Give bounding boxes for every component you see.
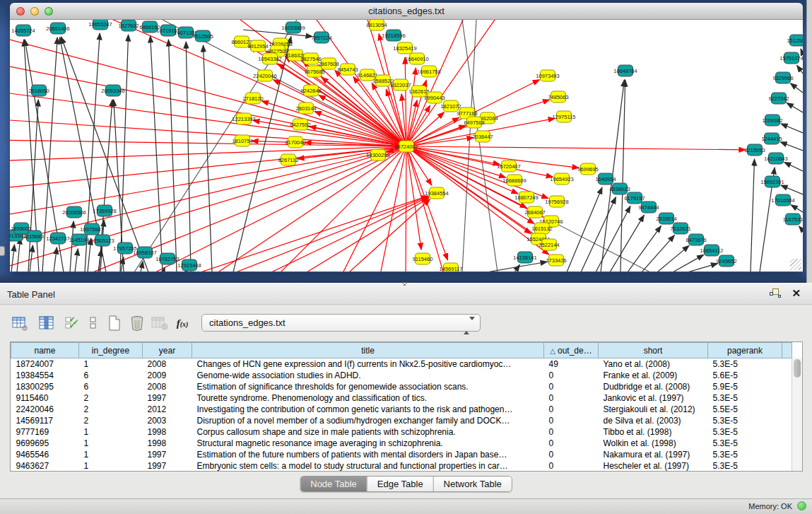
delete-table-button[interactable] [150, 313, 170, 333]
edge[interactable] [462, 20, 476, 271]
edge[interactable] [186, 42, 191, 271]
graph-node[interactable]: 20206506 [62, 206, 86, 218]
graph-node[interactable]: 2718120 [242, 93, 263, 104]
table-cell[interactable]: 2 [79, 404, 143, 415]
graph-node[interactable]: 9474444 [638, 201, 659, 213]
table-cell[interactable]: 49 [544, 358, 599, 370]
edge[interactable] [596, 206, 630, 271]
table-row[interactable]: 969969511998Structural magnetic resonanc… [11, 438, 792, 449]
citation-network-graph[interactable]: 8660123891295418226058982750810543382818… [10, 20, 803, 271]
edge[interactable] [30, 245, 33, 271]
graph-node[interactable]: 19384554 [425, 187, 448, 199]
selected-edge[interactable] [10, 119, 406, 146]
graph-node[interactable]: 15692391 [760, 176, 784, 187]
table-cell[interactable]: 5.3E-5 [708, 438, 782, 449]
graph-node[interactable]: 10973493 [536, 70, 559, 81]
graph-node[interactable]: 1733426 [546, 255, 566, 266]
column-visibility-button[interactable] [37, 313, 57, 333]
edge[interactable] [787, 103, 803, 112]
selected-edge[interactable] [406, 146, 506, 177]
graph-node[interactable]: 2803144 [295, 103, 316, 114]
table-cell[interactable]: Wolkin et al. (1998) [599, 438, 708, 449]
window-resize-grip[interactable] [790, 259, 801, 270]
graph-node[interactable]: 14055724 [11, 25, 35, 36]
graph-node[interactable]: 9227342 [768, 93, 789, 104]
graph-node[interactable]: 15751074 [779, 52, 803, 64]
graph-node[interactable]: 12975115 [553, 111, 576, 122]
graph-node[interactable]: 1810754 [232, 135, 252, 146]
graph-node[interactable]: 22420046 [253, 70, 276, 81]
graph-node[interactable]: 8322037 [390, 79, 411, 90]
edge[interactable] [751, 159, 755, 271]
table-row[interactable]: 977716911998Corpus callosum shape and si… [11, 426, 792, 438]
graph-node[interactable]: 1640954 [595, 173, 616, 185]
graph-node[interactable]: 16210643 [764, 153, 787, 164]
table-cell[interactable]: 9465546 [11, 449, 79, 460]
graph-node[interactable]: 6497568 [464, 117, 484, 128]
table-cell[interactable]: 2008 [143, 358, 192, 370]
graph-node[interactable]: 7512505 [192, 30, 213, 42]
graph-node[interactable]: 16033809 [281, 22, 305, 33]
graph-node[interactable]: 10653247 [88, 20, 112, 30]
edge[interactable] [791, 205, 803, 212]
graph-node[interactable]: 8912954 [247, 40, 268, 52]
graph-node[interactable]: 1527602 [118, 20, 139, 31]
table-cell[interactable]: 0 [544, 381, 599, 392]
graph-node[interactable]: 17016504 [771, 194, 794, 206]
graph-node[interactable]: 1855001 [11, 223, 31, 234]
table-cell[interactable]: 5.3E-5 [708, 449, 782, 460]
edge[interactable] [168, 40, 177, 271]
graph-node[interactable]: 16961758 [417, 66, 440, 77]
table-row[interactable]: 946362711997Embryonic stem cells: a mode… [11, 460, 792, 472]
table-cell[interactable]: Estimation of significance thresholds fo… [192, 381, 544, 392]
graph-node[interactable]: 9245652 [716, 255, 736, 267]
edge[interactable] [628, 226, 661, 271]
table-cell[interactable]: 9115460 [11, 392, 79, 404]
graph-node[interactable]: 8813054 [366, 20, 387, 30]
selected-edge[interactable] [406, 146, 746, 150]
graph-node[interactable]: 7632621 [670, 223, 690, 234]
table-cell[interactable]: 6 [79, 370, 143, 381]
graph-node[interactable]: 20053346 [101, 85, 124, 96]
table-row[interactable]: 946554611997Estimation of the future num… [11, 449, 792, 460]
table-cell[interactable]: 2008 [143, 381, 192, 392]
edge[interactable] [54, 247, 57, 271]
graph-node[interactable]: 9242848 [300, 85, 321, 96]
edge[interactable] [204, 45, 212, 271]
table-cell[interactable]: Embryonic stem cells: a model to study s… [192, 460, 544, 472]
new-column-button[interactable] [105, 313, 124, 333]
table-options-button[interactable]: ⚙ [10, 313, 30, 333]
edge[interactable] [801, 49, 803, 54]
table-cell[interactable]: Corpus callosum shape and size in male p… [192, 426, 544, 438]
float-panel-button[interactable] [770, 288, 781, 299]
graph-node[interactable]: 8170040 [285, 136, 305, 148]
table-row[interactable]: 1830029562008Estimation of significance … [11, 381, 792, 392]
graph-node[interactable]: 10654112 [700, 245, 724, 256]
graph-node[interactable]: 10688609 [502, 175, 526, 186]
edge[interactable] [797, 66, 803, 74]
selected-edge[interactable] [10, 146, 406, 161]
graph-node[interactable]: 2036447 [472, 131, 493, 142]
graph-node[interactable]: 1512505 [787, 35, 803, 46]
clear-column-selection-button[interactable] [83, 313, 103, 333]
table-cell[interactable]: 9463627 [11, 460, 79, 472]
edge[interactable] [514, 265, 519, 271]
table-cell[interactable]: Structural magnetic resonance image aver… [192, 438, 544, 449]
table-row[interactable]: 1456911722003Disruption of a novel membe… [11, 415, 792, 426]
table-cell[interactable]: 0 [544, 392, 599, 404]
graph-node[interactable]: 19756928 [545, 196, 568, 207]
graph-node[interactable]: 12342737 [46, 233, 69, 244]
table-cell[interactable]: 5.3E-5 [708, 415, 782, 426]
selected-edge[interactable] [406, 146, 448, 260]
graph-node[interactable]: 1209382 [762, 115, 782, 126]
graph-node[interactable]: 12923448 [177, 259, 201, 271]
table-cell[interactable]: 1998 [143, 438, 192, 449]
table-cell[interactable]: 9699695 [11, 438, 79, 449]
table-cell[interactable]: Investigating the contribution of common… [192, 404, 544, 415]
table-cell[interactable]: 5.3E-5 [708, 358, 782, 370]
graph-node[interactable]: 2616050 [28, 85, 49, 96]
selected-edge[interactable] [201, 196, 428, 271]
table-cell[interactable]: Yano et al. (2008) [599, 358, 708, 370]
edge[interactable] [610, 215, 644, 271]
table-cell[interactable]: 1 [79, 426, 143, 438]
